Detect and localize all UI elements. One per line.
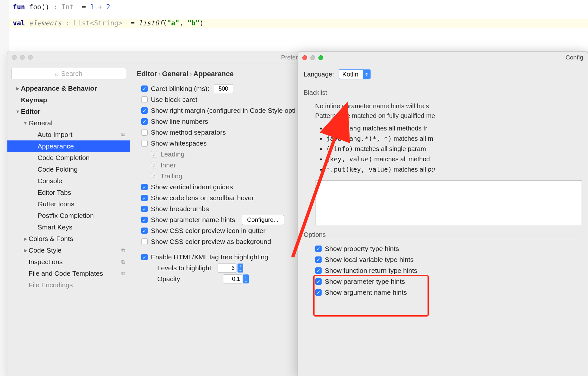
checkbox-icon[interactable] — [141, 118, 148, 125]
copy-icon: ⧉ — [121, 132, 125, 138]
checkbox-icon[interactable] — [141, 96, 148, 103]
opt-property-type-hints[interactable]: Show property type hints — [315, 243, 582, 254]
minimize-dot[interactable] — [310, 55, 315, 60]
checkbox-icon[interactable] — [141, 195, 148, 201]
stepper[interactable]: +− — [243, 274, 249, 283]
checkbox-icon[interactable] — [141, 184, 148, 190]
zoom-dot[interactable] — [318, 55, 323, 60]
checkbox-icon[interactable] — [141, 254, 148, 260]
code-editor: fun foo() : Int = 1 + 2 val elements : L… — [9, 0, 588, 51]
checkbox-icon[interactable] — [141, 206, 148, 212]
caret-icon — [363, 70, 370, 79]
checkbox-icon[interactable] — [141, 217, 148, 223]
divider — [304, 98, 582, 98]
configure-button[interactable]: Configure... — [242, 215, 284, 225]
checkbox-icon — [151, 151, 157, 157]
blacklist-examples: java.lang matches all methods fr java.la… — [304, 123, 582, 175]
search-icon: ⌕ — [55, 70, 59, 77]
checkbox-icon[interactable] — [315, 278, 322, 285]
checkbox-icon[interactable] — [315, 289, 322, 296]
window-controls — [298, 55, 323, 60]
blacklist-textarea[interactable] — [315, 180, 582, 225]
opt-argument-name-hints[interactable]: Show argument name hints — [315, 287, 582, 298]
tree-file-code-templates[interactable]: File and Code Templates⧉ — [7, 268, 130, 279]
tree-file-encodings[interactable]: File Encodings — [7, 279, 130, 291]
language-row: Language: Kotlin — [304, 69, 582, 79]
preferences-sidebar: ⌕ Search ▶Appearance & Behavior Keymap ▼… — [7, 64, 130, 376]
search-input[interactable]: ⌕ Search — [11, 68, 126, 79]
tree-postfix-completion[interactable]: Postfix Completion — [7, 210, 130, 221]
opacity-input[interactable] — [223, 274, 242, 283]
tree-appearance-behavior[interactable]: ▶Appearance & Behavior — [7, 83, 130, 94]
checkbox-icon[interactable] — [315, 246, 322, 252]
copy-icon: ⧉ — [121, 271, 125, 276]
search-placeholder: Search — [61, 70, 82, 77]
opt-parameter-type-hints[interactable]: Show parameter type hints — [315, 276, 582, 287]
options-block: Show property type hints Show local vari… — [304, 243, 582, 298]
checkbox-icon[interactable] — [141, 107, 148, 114]
copy-icon: ⧉ — [121, 259, 125, 265]
blacklist-desc: No inline parameter name hints will be s… — [304, 101, 582, 121]
blacklist-label: Blacklist — [304, 89, 582, 96]
tree-smart-keys[interactable]: Smart Keys — [7, 221, 130, 233]
options-label: Options — [304, 231, 582, 238]
checkbox-icon[interactable] — [141, 140, 148, 147]
divider — [304, 240, 582, 240]
window-title: Config — [566, 54, 583, 61]
checkbox-icon[interactable] — [141, 228, 148, 234]
settings-tree: ▶Appearance & Behavior Keymap ▼Editor ▼G… — [7, 83, 130, 291]
checkbox-icon — [151, 162, 157, 168]
tree-inspections[interactable]: Inspections⧉ — [7, 256, 130, 268]
close-dot[interactable] — [302, 55, 307, 60]
tree-gutter-icons[interactable]: Gutter Icons — [7, 198, 130, 210]
code-line-2: val elements : List<String> = listOf("a"… — [9, 19, 588, 28]
configure-window: Config Language: Kotlin Blacklist No inl… — [298, 51, 588, 376]
levels-input[interactable] — [218, 264, 237, 273]
copy-icon: ⧉ — [121, 247, 125, 253]
tree-auto-import[interactable]: Auto Import⧉ — [7, 129, 130, 140]
tree-code-style[interactable]: ▶Code Style⧉ — [7, 245, 130, 256]
tree-editor[interactable]: ▼Editor — [7, 106, 130, 117]
caret-blinking-input[interactable] — [214, 84, 233, 93]
tree-editor-tabs[interactable]: Editor Tabs — [7, 187, 130, 198]
checkbox-icon[interactable] — [141, 129, 148, 136]
language-select[interactable]: Kotlin — [339, 69, 371, 79]
tree-appearance[interactable]: Appearance — [7, 140, 130, 152]
tree-colors-fonts[interactable]: ▶Colors & Fonts — [7, 233, 130, 245]
tree-keymap[interactable]: Keymap — [7, 94, 130, 106]
checkbox-icon[interactable] — [315, 256, 322, 263]
checkbox-icon[interactable] — [141, 85, 148, 92]
tree-general[interactable]: ▼General — [7, 117, 130, 129]
checkbox-icon[interactable] — [141, 238, 148, 245]
opt-function-return-type-hints[interactable]: Show function return type hints — [315, 265, 582, 276]
opt-local-var-type-hints[interactable]: Show local variable type hints — [315, 254, 582, 265]
checkbox-icon[interactable] — [315, 267, 322, 274]
code-line-1: fun foo() : Int = 1 + 2 — [9, 3, 588, 12]
titlebar: Config — [298, 52, 588, 63]
tree-code-folding[interactable]: Code Folding — [7, 164, 130, 175]
tree-console[interactable]: Console — [7, 175, 130, 187]
language-label: Language: — [304, 71, 334, 78]
tree-code-completion[interactable]: Code Completion — [7, 152, 130, 164]
checkbox-icon — [151, 173, 157, 179]
stepper[interactable]: +− — [238, 264, 243, 273]
